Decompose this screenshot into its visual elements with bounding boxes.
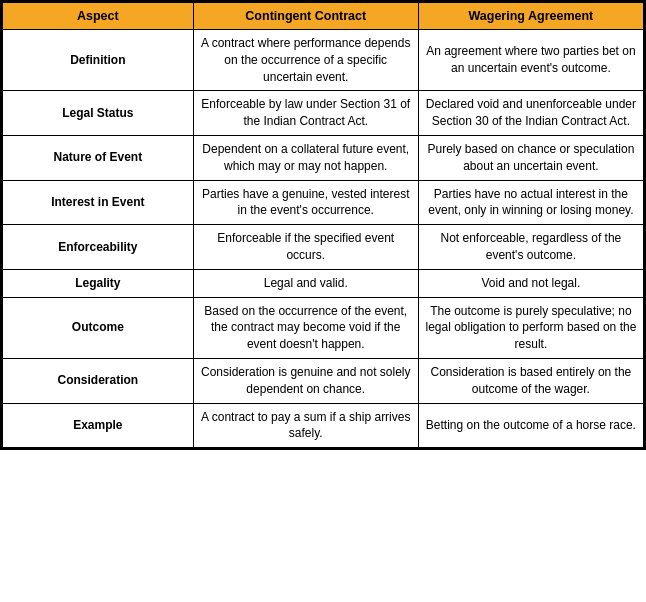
aspect-cell: Interest in Event: [3, 180, 194, 225]
table-row: Interest in EventParties have a genuine,…: [3, 180, 644, 225]
comparison-table: Aspect Contingent Contract Wagering Agre…: [0, 0, 646, 450]
aspect-cell: Legal Status: [3, 91, 194, 136]
header-wagering: Wagering Agreement: [418, 3, 643, 30]
aspect-cell: Nature of Event: [3, 135, 194, 180]
wagering-cell: Consideration is based entirely on the o…: [418, 358, 643, 403]
contingent-cell: Enforceable by law under Section 31 of t…: [193, 91, 418, 136]
aspect-cell: Enforceability: [3, 225, 194, 270]
contingent-cell: Parties have a genuine, vested interest …: [193, 180, 418, 225]
wagering-cell: Betting on the outcome of a horse race.: [418, 403, 643, 448]
aspect-cell: Definition: [3, 30, 194, 91]
wagering-cell: Parties have no actual interest in the e…: [418, 180, 643, 225]
table-row: Nature of EventDependent on a collateral…: [3, 135, 644, 180]
table-row: Legal StatusEnforceable by law under Sec…: [3, 91, 644, 136]
contingent-cell: Legal and valid.: [193, 269, 418, 297]
contingent-cell: A contract where performance depends on …: [193, 30, 418, 91]
wagering-cell: Purely based on chance or speculation ab…: [418, 135, 643, 180]
table-row: LegalityLegal and valid.Void and not leg…: [3, 269, 644, 297]
table-row: EnforceabilityEnforceable if the specifi…: [3, 225, 644, 270]
aspect-cell: Example: [3, 403, 194, 448]
wagering-cell: Declared void and unenforceable under Se…: [418, 91, 643, 136]
wagering-cell: An agreement where two parties bet on an…: [418, 30, 643, 91]
wagering-cell: The outcome is purely speculative; no le…: [418, 297, 643, 358]
contingent-cell: A contract to pay a sum if a ship arrive…: [193, 403, 418, 448]
contingent-cell: Based on the occurrence of the event, th…: [193, 297, 418, 358]
contingent-cell: Consideration is genuine and not solely …: [193, 358, 418, 403]
header-contingent: Contingent Contract: [193, 3, 418, 30]
table-row: OutcomeBased on the occurrence of the ev…: [3, 297, 644, 358]
wagering-cell: Not enforceable, regardless of the event…: [418, 225, 643, 270]
table-row: ConsiderationConsideration is genuine an…: [3, 358, 644, 403]
table-row: DefinitionA contract where performance d…: [3, 30, 644, 91]
aspect-cell: Outcome: [3, 297, 194, 358]
header-aspect: Aspect: [3, 3, 194, 30]
contingent-cell: Dependent on a collateral future event, …: [193, 135, 418, 180]
wagering-cell: Void and not legal.: [418, 269, 643, 297]
aspect-cell: Legality: [3, 269, 194, 297]
contingent-cell: Enforceable if the specified event occur…: [193, 225, 418, 270]
aspect-cell: Consideration: [3, 358, 194, 403]
table-row: ExampleA contract to pay a sum if a ship…: [3, 403, 644, 448]
